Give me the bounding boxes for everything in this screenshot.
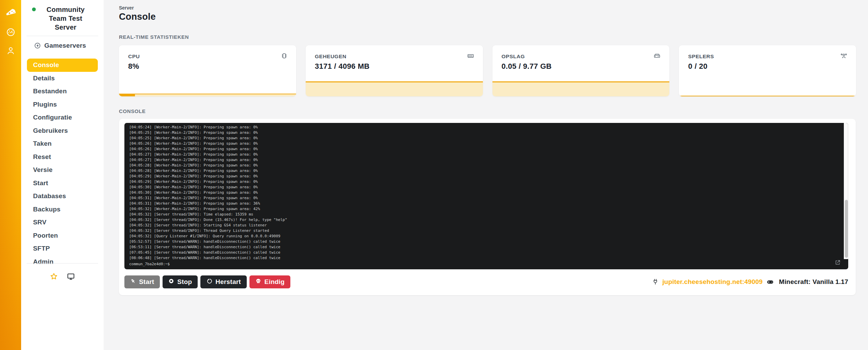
restart-button-label: Herstart [215,278,241,286]
console-log: [04:05:24] [Worker-Main-2/INFO]: Prepari… [124,123,848,261]
cheese-logo-icon[interactable] [4,6,17,17]
sidebar-item-sftp[interactable]: SFTP [27,242,98,255]
start-button[interactable]: Start [124,275,160,288]
game-version-label: Minecraft: Vanilla 1.17 [779,278,848,286]
sidebar-item-poorten[interactable]: Poorten [27,229,98,242]
back-to-gameservers-link[interactable]: Gameservers [34,42,104,49]
sidebar-item-srv[interactable]: SRV [27,216,98,229]
stop-icon [168,278,174,286]
sidebar-item-start[interactable]: Start [27,177,98,190]
stat-label: SPELERS [688,53,856,60]
memory-usage-sparkline [306,81,483,96]
start-button-label: Start [139,278,154,286]
kill-button-label: Eindig [264,278,285,286]
server-sidebar: Community Team Test Server Gameservers C… [21,0,104,350]
console-panel: [04:05:24] [Worker-Main-2/INFO]: Prepari… [119,119,856,295]
stat-card-cpu: CPU 8% [119,45,296,96]
monitor-icon[interactable] [67,272,75,282]
server-address-link[interactable]: jupiter.cheesehosting.net:49009 [662,278,762,286]
skull-icon [255,278,261,286]
stat-card-memory: GEHEUGEN 3171 / 4096 MB [306,45,483,96]
user-icon[interactable] [6,46,15,55]
dashboard-gauge-icon[interactable] [6,28,15,37]
stats-cards: CPU 8% GEHEUGEN 3171 / 4096 MB O [119,45,856,96]
sidebar-item-backups[interactable]: Backups [27,203,98,216]
terminal-scrollbar[interactable] [844,123,848,259]
sidebar-item-admin[interactable]: Admin [27,255,98,269]
app-rail [0,0,21,350]
stat-value: 3171 / 4096 MB [315,62,483,71]
stat-label: CPU [128,53,296,60]
back-link-label: Gameservers [44,42,86,49]
circle-arrow-left-icon [34,42,41,49]
stats-section-label: REAL-TIME STATISTIEKEN [119,34,856,40]
server-name: Community Team Test Server [39,5,93,32]
sidebar-item-versie[interactable]: Versie [27,163,98,177]
storage-disk-icon [653,52,661,61]
divider [27,36,98,36]
restart-button[interactable]: Herstart [200,275,246,288]
sidebar-item-reset[interactable]: Reset [27,150,98,164]
restart-icon [206,278,212,286]
server-status-dot [32,7,36,11]
divider [27,263,98,264]
rocket-icon [130,278,136,286]
sidebar-item-bestanden[interactable]: Bestanden [27,85,98,98]
stat-value: 8% [128,62,296,71]
sidebar-item-plugins[interactable]: Plugins [27,98,98,111]
stat-label: OPSLAG [502,53,670,60]
console-prompt[interactable]: commun_7ba2e4d0:~$ [129,262,170,266]
storage-usage-sparkline [492,81,670,96]
kill-button[interactable]: Eindig [249,275,290,288]
stat-label: GEHEUGEN [315,53,483,60]
sidebar-item-taken[interactable]: Taken [27,137,98,150]
favorite-star-icon[interactable] [50,272,58,282]
sidebar-item-gebruikers[interactable]: Gebruikers [27,124,98,138]
sidebar-item-console[interactable]: Console [27,59,98,72]
players-sparkline [679,96,856,97]
console-terminal[interactable]: [04:05:24] [Worker-Main-2/INFO]: Prepari… [124,123,848,269]
server-menu: Console Details Bestanden Plugins Config… [27,59,98,268]
server-meta: jupiter.cheesehosting.net:49009 Minecraf… [652,278,848,286]
page-title: Console [119,12,856,22]
stat-value: 0.05 / 9.77 GB [502,62,670,71]
plug-icon [652,279,659,285]
terminal-scrollbar-thumb[interactable] [845,200,848,258]
stat-value: 0 / 20 [688,62,856,71]
memory-icon [467,52,475,61]
expand-console-icon[interactable] [835,259,841,267]
sidebar-item-configuratie[interactable]: Configuratie [27,111,98,124]
cpu-usage-sparkline [119,94,296,96]
console-section-label: CONSOLE [119,108,856,114]
stop-button[interactable]: Stop [163,275,198,288]
sidebar-item-details[interactable]: Details [27,72,98,85]
cpu-chip-icon [280,52,288,61]
breadcrumb: Server [119,5,856,11]
stat-card-storage: OPSLAG 0.05 / 9.77 GB [492,45,670,96]
stop-button-label: Stop [177,278,192,286]
gamepad-icon [766,279,774,285]
players-icon [840,52,848,61]
stat-card-players: SPELERS 0 / 20 [679,45,856,96]
sidebar-item-databases[interactable]: Databases [27,190,98,203]
